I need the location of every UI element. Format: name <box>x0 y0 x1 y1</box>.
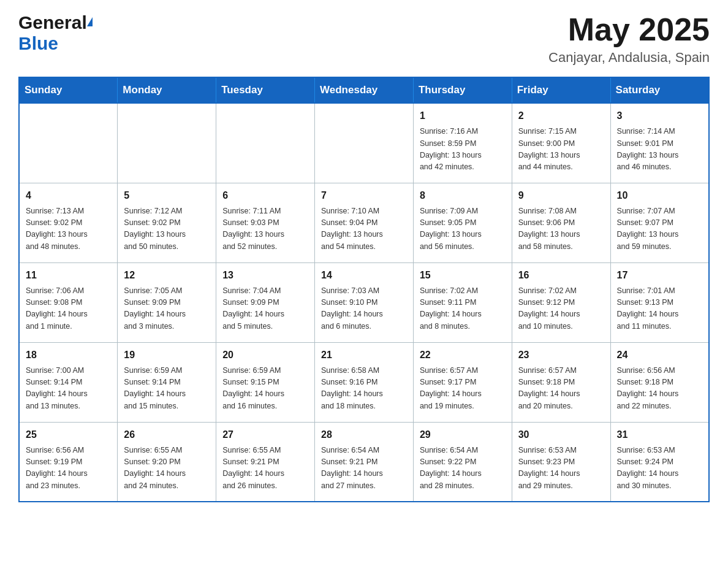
day-number: 4 <box>26 188 111 203</box>
calendar-body: 1Sunrise: 7:16 AM Sunset: 8:59 PM Daylig… <box>19 103 709 502</box>
day-info: Sunrise: 7:01 AM Sunset: 9:13 PM Dayligh… <box>617 285 702 333</box>
weekday-header-thursday: Thursday <box>413 77 512 103</box>
calendar-week-row: 18Sunrise: 7:00 AM Sunset: 9:14 PM Dayli… <box>19 342 709 422</box>
day-info: Sunrise: 6:54 AM Sunset: 9:21 PM Dayligh… <box>321 445 407 492</box>
day-number: 3 <box>617 109 702 123</box>
day-info: Sunrise: 7:15 AM Sunset: 9:00 PM Dayligh… <box>518 126 604 174</box>
day-number: 11 <box>26 268 111 283</box>
day-info: Sunrise: 6:54 AM Sunset: 9:22 PM Dayligh… <box>420 445 506 492</box>
calendar-day-cell: 31Sunrise: 6:53 AM Sunset: 9:24 PM Dayli… <box>610 422 709 502</box>
day-info: Sunrise: 7:13 AM Sunset: 9:02 PM Dayligh… <box>26 205 111 253</box>
calendar-day-cell: 6Sunrise: 7:11 AM Sunset: 9:03 PM Daylig… <box>216 183 315 262</box>
calendar-day-cell <box>19 103 118 183</box>
day-info: Sunrise: 6:53 AM Sunset: 9:23 PM Dayligh… <box>518 445 604 492</box>
calendar-day-cell: 13Sunrise: 7:04 AM Sunset: 9:09 PM Dayli… <box>216 262 315 342</box>
calendar-week-row: 4Sunrise: 7:13 AM Sunset: 9:02 PM Daylig… <box>19 183 709 262</box>
calendar-day-cell: 18Sunrise: 7:00 AM Sunset: 9:14 PM Dayli… <box>19 342 118 422</box>
calendar-day-cell: 30Sunrise: 6:53 AM Sunset: 9:23 PM Dayli… <box>512 422 610 502</box>
day-number: 6 <box>222 188 308 203</box>
day-number: 31 <box>617 427 702 442</box>
day-info: Sunrise: 7:00 AM Sunset: 9:14 PM Dayligh… <box>26 365 111 413</box>
calendar-day-cell: 17Sunrise: 7:01 AM Sunset: 9:13 PM Dayli… <box>610 262 709 342</box>
weekday-header-sunday: Sunday <box>19 77 118 103</box>
logo-blue-word: Blue <box>18 33 58 53</box>
calendar-day-cell: 2Sunrise: 7:15 AM Sunset: 9:00 PM Daylig… <box>512 103 610 183</box>
day-number: 9 <box>518 188 604 203</box>
day-info: Sunrise: 7:02 AM Sunset: 9:12 PM Dayligh… <box>518 285 604 333</box>
day-number: 16 <box>518 268 604 283</box>
day-info: Sunrise: 6:55 AM Sunset: 9:20 PM Dayligh… <box>124 445 210 492</box>
day-info: Sunrise: 6:59 AM Sunset: 9:14 PM Dayligh… <box>124 365 210 413</box>
day-info: Sunrise: 6:58 AM Sunset: 9:16 PM Dayligh… <box>321 365 407 413</box>
calendar-day-cell: 7Sunrise: 7:10 AM Sunset: 9:04 PM Daylig… <box>315 183 414 262</box>
day-number: 26 <box>124 427 210 442</box>
calendar-day-cell: 19Sunrise: 6:59 AM Sunset: 9:14 PM Dayli… <box>118 342 216 422</box>
calendar-day-cell: 20Sunrise: 6:59 AM Sunset: 9:15 PM Dayli… <box>216 342 315 422</box>
calendar-day-cell: 26Sunrise: 6:55 AM Sunset: 9:20 PM Dayli… <box>118 422 216 502</box>
day-info: Sunrise: 6:53 AM Sunset: 9:24 PM Dayligh… <box>617 445 702 492</box>
weekday-header-row: SundayMondayTuesdayWednesdayThursdayFrid… <box>19 77 709 103</box>
day-number: 12 <box>124 268 210 283</box>
calendar-week-row: 11Sunrise: 7:06 AM Sunset: 9:08 PM Dayli… <box>19 262 709 342</box>
day-number: 2 <box>518 109 604 123</box>
calendar-day-cell: 11Sunrise: 7:06 AM Sunset: 9:08 PM Dayli… <box>19 262 118 342</box>
calendar-header: SundayMondayTuesdayWednesdayThursdayFrid… <box>19 77 709 103</box>
day-number: 15 <box>420 268 506 283</box>
day-info: Sunrise: 6:59 AM Sunset: 9:15 PM Dayligh… <box>222 365 308 413</box>
day-number: 21 <box>321 348 407 362</box>
logo-triangle-icon <box>87 17 93 26</box>
day-info: Sunrise: 7:08 AM Sunset: 9:06 PM Dayligh… <box>518 205 604 253</box>
calendar-table: SundayMondayTuesdayWednesdayThursdayFrid… <box>18 77 710 502</box>
day-info: Sunrise: 7:14 AM Sunset: 9:01 PM Dayligh… <box>617 126 702 174</box>
calendar-day-cell: 28Sunrise: 6:54 AM Sunset: 9:21 PM Dayli… <box>315 422 414 502</box>
calendar-day-cell <box>315 103 414 183</box>
day-number: 22 <box>420 348 506 362</box>
day-info: Sunrise: 7:10 AM Sunset: 9:04 PM Dayligh… <box>321 205 407 253</box>
day-info: Sunrise: 6:57 AM Sunset: 9:18 PM Dayligh… <box>518 365 604 413</box>
logo-area: General Blue <box>18 12 93 54</box>
calendar-day-cell <box>118 103 216 183</box>
day-info: Sunrise: 7:07 AM Sunset: 9:07 PM Dayligh… <box>617 205 702 253</box>
day-info: Sunrise: 7:05 AM Sunset: 9:09 PM Dayligh… <box>124 285 210 333</box>
weekday-header-tuesday: Tuesday <box>216 77 315 103</box>
calendar-day-cell: 29Sunrise: 6:54 AM Sunset: 9:22 PM Dayli… <box>413 422 512 502</box>
calendar-day-cell: 15Sunrise: 7:02 AM Sunset: 9:11 PM Dayli… <box>413 262 512 342</box>
day-number: 28 <box>321 427 407 442</box>
day-number: 27 <box>222 427 308 442</box>
page-header: General Blue May 2025 Canjayar, Andalusi… <box>18 12 710 66</box>
day-number: 14 <box>321 268 407 283</box>
day-info: Sunrise: 7:16 AM Sunset: 8:59 PM Dayligh… <box>420 126 506 174</box>
day-number: 8 <box>420 188 506 203</box>
day-number: 5 <box>124 188 210 203</box>
day-number: 24 <box>617 348 702 362</box>
calendar-day-cell <box>216 103 315 183</box>
title-area: May 2025 Canjayar, Andalusia, Spain <box>548 12 710 66</box>
calendar-day-cell: 27Sunrise: 6:55 AM Sunset: 9:21 PM Dayli… <box>216 422 315 502</box>
calendar-day-cell: 4Sunrise: 7:13 AM Sunset: 9:02 PM Daylig… <box>19 183 118 262</box>
day-info: Sunrise: 6:57 AM Sunset: 9:17 PM Dayligh… <box>420 365 506 413</box>
day-info: Sunrise: 6:56 AM Sunset: 9:19 PM Dayligh… <box>26 445 111 492</box>
calendar-day-cell: 14Sunrise: 7:03 AM Sunset: 9:10 PM Dayli… <box>315 262 414 342</box>
logo: General <box>18 12 93 33</box>
calendar-day-cell: 9Sunrise: 7:08 AM Sunset: 9:06 PM Daylig… <box>512 183 610 262</box>
month-title: May 2025 <box>548 12 710 47</box>
weekday-header-saturday: Saturday <box>610 77 709 103</box>
day-number: 20 <box>222 348 308 362</box>
day-info: Sunrise: 7:02 AM Sunset: 9:11 PM Dayligh… <box>420 285 506 333</box>
logo-blue-text: Blue <box>18 33 58 54</box>
calendar-week-row: 25Sunrise: 6:56 AM Sunset: 9:19 PM Dayli… <box>19 422 709 502</box>
day-number: 19 <box>124 348 210 362</box>
day-number: 18 <box>26 348 111 362</box>
day-number: 13 <box>222 268 308 283</box>
calendar-day-cell: 8Sunrise: 7:09 AM Sunset: 9:05 PM Daylig… <box>413 183 512 262</box>
calendar-day-cell: 24Sunrise: 6:56 AM Sunset: 9:18 PM Dayli… <box>610 342 709 422</box>
day-number: 17 <box>617 268 702 283</box>
calendar-day-cell: 16Sunrise: 7:02 AM Sunset: 9:12 PM Dayli… <box>512 262 610 342</box>
day-number: 30 <box>518 427 604 442</box>
day-number: 25 <box>26 427 111 442</box>
calendar-day-cell: 10Sunrise: 7:07 AM Sunset: 9:07 PM Dayli… <box>610 183 709 262</box>
day-number: 10 <box>617 188 702 203</box>
day-info: Sunrise: 7:11 AM Sunset: 9:03 PM Dayligh… <box>222 205 308 253</box>
calendar-day-cell: 12Sunrise: 7:05 AM Sunset: 9:09 PM Dayli… <box>118 262 216 342</box>
day-info: Sunrise: 7:04 AM Sunset: 9:09 PM Dayligh… <box>222 285 308 333</box>
